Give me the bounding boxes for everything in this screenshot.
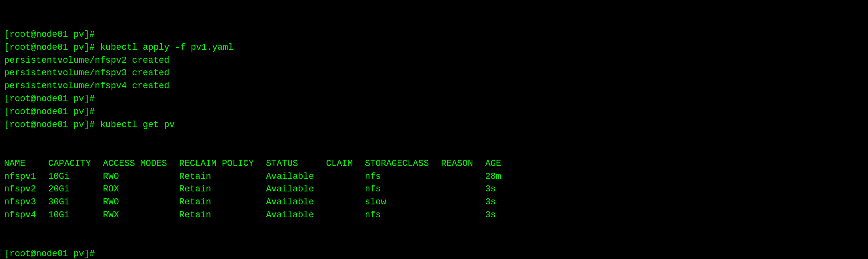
table-cell: 3s xyxy=(485,209,514,222)
after-table-lines: [root@node01 pv]#[root@node01 pv]# xyxy=(4,248,864,259)
terminal-line: [root@node01 pv]# xyxy=(4,28,864,41)
pv-table: NAMECAPACITYACCESS MODESRECLAIM POLICYST… xyxy=(4,157,513,222)
table-cell: slow xyxy=(365,196,441,209)
terminal-line: [root@node01 pv]# kubectl get pv xyxy=(4,119,864,132)
table-cell xyxy=(441,170,485,183)
table-cell: nfspv1 xyxy=(4,170,48,183)
table-cell: RWO xyxy=(103,170,179,183)
terminal-line: persistentvolume/nfspv3 created xyxy=(4,67,864,80)
table-col-header: ACCESS MODES xyxy=(103,157,179,170)
table-cell: 3s xyxy=(485,183,514,196)
terminal-line: [root@node01 pv]# xyxy=(4,106,864,119)
table-col-header: CAPACITY xyxy=(48,157,103,170)
table-cell: Retain xyxy=(179,170,266,183)
table-cell: RWX xyxy=(103,209,179,222)
table-cell xyxy=(441,183,485,196)
table-row: nfspv220GiROXRetainAvailablenfs3s xyxy=(4,183,513,196)
table-cell: Available xyxy=(266,170,326,183)
table-cell: nfspv2 xyxy=(4,183,48,196)
table-cell: nfs xyxy=(365,183,441,196)
table-cell xyxy=(326,196,365,209)
table-cell: Available xyxy=(266,183,326,196)
table-cell: nfs xyxy=(365,209,441,222)
table-cell: 3s xyxy=(485,196,514,209)
table-row: nfspv330GiRWORetainAvailableslow3s xyxy=(4,196,513,209)
table-cell: ROX xyxy=(103,183,179,196)
table-cell xyxy=(326,183,365,196)
table-col-header: AGE xyxy=(485,157,514,170)
header-row: NAMECAPACITYACCESS MODESRECLAIM POLICYST… xyxy=(4,157,513,170)
table-cell xyxy=(326,209,365,222)
terminal-line: persistentvolume/nfspv2 created xyxy=(4,54,864,67)
table-cell xyxy=(441,209,485,222)
table-cell: Retain xyxy=(179,183,266,196)
table-cell: 28m xyxy=(485,170,514,183)
table-col-header: STORAGECLASS xyxy=(365,157,441,170)
table-cell: nfspv3 xyxy=(4,196,48,209)
terminal-line: persistentvolume/nfspv4 created xyxy=(4,80,864,93)
table-col-header: STATUS xyxy=(266,157,326,170)
table-col-header: NAME xyxy=(4,157,48,170)
table-cell xyxy=(441,196,485,209)
table-col-header: CLAIM xyxy=(326,157,365,170)
table-cell: nfspv4 xyxy=(4,209,48,222)
table-cell: nfs xyxy=(365,170,441,183)
terminal: [root@node01 pv]#[root@node01 pv]# kubec… xyxy=(4,2,864,259)
table-row: nfspv410GiRWXRetainAvailablenfs3s xyxy=(4,209,513,222)
table-cell: Available xyxy=(266,196,326,209)
table-body: nfspv110GiRWORetainAvailablenfs28mnfspv2… xyxy=(4,170,513,222)
table-cell xyxy=(326,170,365,183)
table-cell: RWO xyxy=(103,196,179,209)
table-row: nfspv110GiRWORetainAvailablenfs28m xyxy=(4,170,513,183)
terminal-line: [root@node01 pv]# xyxy=(4,93,864,106)
table-cell: 20Gi xyxy=(48,183,103,196)
terminal-lines: [root@node01 pv]#[root@node01 pv]# kubec… xyxy=(4,28,864,132)
table-cell: 10Gi xyxy=(48,170,103,183)
table-cell: 10Gi xyxy=(48,209,103,222)
terminal-line: [root@node01 pv]# kubectl apply -f pv1.y… xyxy=(4,41,864,54)
table-col-header: REASON xyxy=(441,157,485,170)
table-cell: 30Gi xyxy=(48,196,103,209)
table-cell: Retain xyxy=(179,196,266,209)
table-cell: Available xyxy=(266,209,326,222)
table-col-header: RECLAIM POLICY xyxy=(179,157,266,170)
table-cell: Retain xyxy=(179,209,266,222)
terminal-line: [root@node01 pv]# xyxy=(4,248,864,259)
table-header-row: NAMECAPACITYACCESS MODESRECLAIM POLICYST… xyxy=(4,157,513,170)
